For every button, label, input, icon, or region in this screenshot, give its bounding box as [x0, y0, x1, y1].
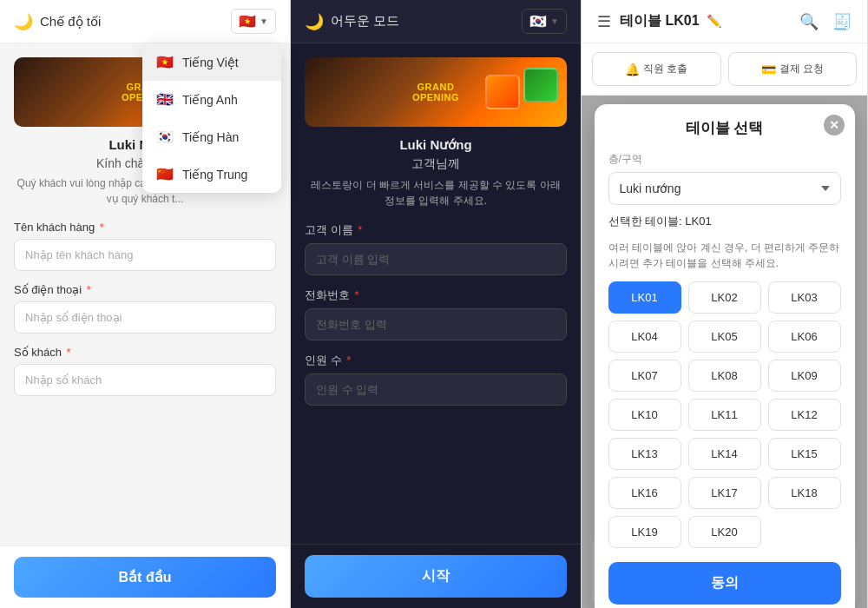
lang-option-en[interactable]: 🇬🇧 Tiếng Anh [142, 81, 281, 118]
panel-table: ☰ 테이블 LK01 ✏️ 🔍 🧾 🔔 직원 호출 💳 결제 요청 테이블 선택… [582, 0, 868, 608]
name-input-1[interactable] [14, 239, 276, 271]
food-thumb-3 [485, 75, 520, 109]
bell-icon: 🔔 [625, 63, 640, 76]
restaurant-name-2: Luki Nướng [305, 137, 567, 153]
panel2-header-left: 🌙 어두운 모드 [305, 12, 399, 31]
selected-table-label: 선택한 테이블: LK01 [608, 214, 841, 229]
table-cell-lk07[interactable]: LK07 [608, 360, 681, 392]
start-button-1[interactable]: Bắt đầu [14, 557, 276, 598]
panel1-title: Chế độ tối [40, 14, 101, 30]
table-cell-lk20[interactable]: LK20 [688, 516, 761, 548]
panel1-footer: Bắt đầu [0, 545, 290, 608]
table-cell-lk19[interactable]: LK19 [608, 516, 681, 548]
table-cell-lk02[interactable]: LK02 [688, 281, 761, 314]
lang-option-ko[interactable]: 🇰🇷 Tiếng Hàn [142, 118, 281, 155]
chevron-down-icon-2: ▼ [550, 17, 559, 26]
restaurant-banner-2: GRAND OPENING [305, 57, 567, 127]
staff-call-button[interactable]: 🔔 직원 호출 [592, 52, 721, 86]
table-cell-lk01[interactable]: LK01 [608, 281, 681, 314]
panel2-content: GRAND OPENING Luki Nướng 고객님께 레스토랑이 더 빠르… [291, 43, 581, 544]
table-cell-lk13[interactable]: LK13 [608, 438, 681, 470]
header-icons: 🔍 🧾 [798, 10, 853, 33]
lang-label-ko: Tiếng Hàn [182, 130, 239, 144]
phone-input-1[interactable] [14, 301, 276, 334]
table-cell-lk09[interactable]: LK09 [768, 360, 841, 392]
table-cell-lk08[interactable]: LK08 [688, 360, 761, 392]
table-cell-lk15[interactable]: LK15 [768, 438, 841, 470]
panel1-header-left: 🌙 Chế độ tối [14, 12, 101, 31]
panel2-title: 어두운 모드 [331, 13, 399, 30]
required-star-guests-2: * [344, 354, 352, 367]
banner-text-block-2: GRAND OPENING [412, 82, 459, 102]
table-grid: LK01LK02LK03LK04LK05LK06LK07LK08LK09LK10… [608, 281, 841, 548]
table-cell-lk17[interactable]: LK17 [688, 477, 761, 509]
panel3-content: 테이블 선택 ✕ 층/구역 Luki nướng 선택한 테이블: LK01 여… [582, 96, 867, 608]
lang-label-vi: Tiếng Việt [182, 56, 239, 69]
modal-header: 테이블 선택 ✕ [595, 104, 855, 145]
guests-input-2[interactable] [305, 373, 567, 406]
panel1-header: 🌙 Chế độ tối 🇻🇳 ▼ [0, 0, 290, 43]
chevron-down-icon: ▼ [260, 17, 268, 26]
table-cell-lk14[interactable]: LK14 [688, 438, 761, 470]
lang-selector-vi[interactable]: 🇻🇳 ▼ [231, 9, 276, 34]
payment-icon: 💳 [761, 63, 776, 76]
staff-call-label: 직원 호출 [643, 62, 687, 76]
required-star-guests: * [63, 346, 71, 359]
name-label-2: 고객 이름 * [305, 222, 567, 238]
table-cell-lk05[interactable]: LK05 [688, 321, 761, 353]
modal-title: 테이블 선택 [686, 118, 764, 138]
moon-icon: 🌙 [14, 12, 33, 31]
table-cell-lk11[interactable]: LK11 [688, 399, 761, 431]
banner-line1-2: GRAND [412, 82, 459, 92]
required-star-name-2: * [355, 223, 363, 236]
banner-line2-2: OPENING [412, 92, 459, 102]
table-cell-lk18[interactable]: LK18 [768, 477, 841, 509]
start-button-2[interactable]: 시작 [305, 555, 567, 598]
ko-flag-icon: 🇰🇷 [156, 129, 174, 145]
phone-input-2[interactable] [305, 308, 567, 340]
table-cell-lk16[interactable]: LK16 [608, 477, 681, 509]
panel3-header: ☰ 테이블 LK01 ✏️ 🔍 🧾 [582, 0, 867, 43]
required-star-phone-2: * [352, 288, 359, 301]
language-dropdown: 🇻🇳 Tiếng Việt 🇬🇧 Tiếng Anh 🇰🇷 Tiếng Hàn … [142, 43, 281, 193]
table-selection-modal: 테이블 선택 ✕ 층/구역 Luki nướng 선택한 테이블: LK01 여… [595, 104, 855, 608]
receipt-icon-button[interactable]: 🧾 [831, 10, 853, 33]
table-cell-lk06[interactable]: LK06 [768, 321, 841, 353]
action-buttons-bar: 🔔 직원 호출 💳 결제 요청 [582, 43, 867, 96]
guests-input-1[interactable] [14, 364, 276, 396]
table-cell-lk10[interactable]: LK10 [608, 399, 681, 431]
form-group-guests-2: 인원 수 * [305, 353, 567, 406]
form-group-phone-1: Số điện thoại * [14, 283, 276, 334]
modal-close-button[interactable]: ✕ [824, 115, 845, 135]
payment-button[interactable]: 💳 결제 요청 [728, 52, 858, 86]
panel-vietnamese: 🌙 Chế độ tối 🇻🇳 ▼ 🇻🇳 Tiếng Việt 🇬🇧 Tiếng… [0, 0, 291, 608]
lang-selector-ko[interactable]: 🇰🇷 ▼ [522, 9, 567, 34]
form-group-name-2: 고객 이름 * [305, 222, 567, 275]
phone-label-2: 전화번호 * [305, 287, 567, 303]
vn-flag-icon: 🇻🇳 [239, 13, 256, 30]
table-cell-lk12[interactable]: LK12 [768, 399, 841, 431]
required-star: * [96, 221, 104, 234]
table-cell-lk03[interactable]: LK03 [768, 281, 841, 314]
confirm-button[interactable]: 동의 [608, 562, 841, 605]
zone-label: 층/구역 [608, 152, 841, 167]
zone-select[interactable]: Luki nướng [608, 172, 841, 205]
phone-label-1: Số điện thoại * [14, 283, 276, 296]
menu-icon-button[interactable]: ☰ [595, 10, 613, 33]
name-input-2[interactable] [305, 243, 567, 275]
food-thumb-4 [523, 68, 558, 102]
panel-korean: 🌙 어두운 모드 🇰🇷 ▼ GRAND OPENING Luki Nướng 고… [291, 0, 582, 608]
zh-flag-icon: 🇨🇳 [156, 166, 174, 182]
guests-label-1: Số khách * [14, 346, 276, 359]
welcome-title-2: 고객님께 [305, 156, 567, 172]
en-flag-icon: 🇬🇧 [156, 91, 174, 108]
form-group-guests-1: Số khách * [14, 346, 276, 396]
guests-label-2: 인원 수 * [305, 353, 567, 368]
lang-label-zh: Tiếng Trung [182, 168, 247, 182]
lang-option-zh[interactable]: 🇨🇳 Tiếng Trung [142, 155, 281, 193]
lang-option-vi[interactable]: 🇻🇳 Tiếng Việt [142, 43, 281, 81]
search-icon-button[interactable]: 🔍 [798, 10, 820, 33]
form-group-name-1: Tên khách hàng * [14, 221, 276, 271]
table-cell-lk04[interactable]: LK04 [608, 321, 681, 353]
panel2-footer: 시작 [291, 544, 581, 608]
